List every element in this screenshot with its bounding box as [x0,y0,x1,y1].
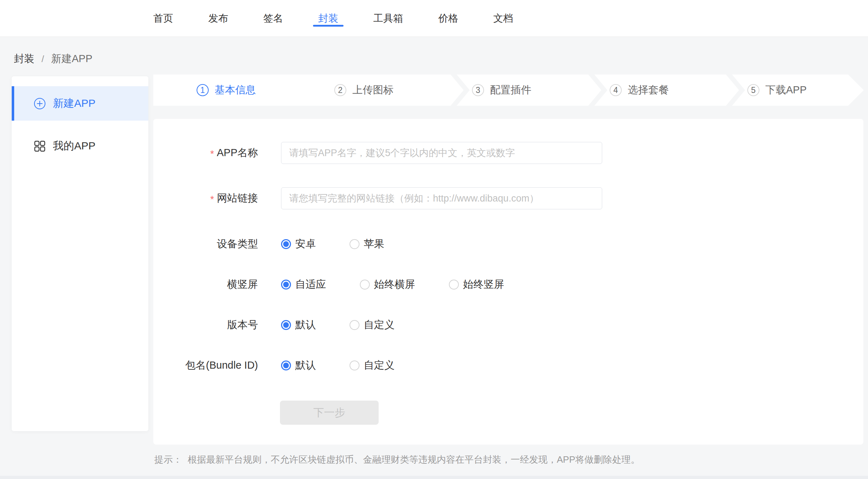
nav-item-signature[interactable]: 签名 [263,0,283,37]
radio-label: 安卓 [295,237,316,251]
step-number: 2 [334,84,346,96]
radio-label: 始终竖屏 [463,277,504,292]
bundle-id-radio-group: 默认 自定义 [281,358,395,373]
top-nav: 首页 发布 签名 封装 工具箱 价格 文档 [153,0,513,37]
radio-unselected-icon[interactable] [350,320,359,330]
radio-label: 自定义 [364,358,395,373]
chevron-right-separator-icon [585,75,608,106]
step-label: 下载APP [765,83,807,97]
sidebar: 新建APP 我的APP [12,76,148,431]
breadcrumb-separator: / [42,54,44,65]
step-label: 选择套餐 [628,83,669,97]
step-configure-plugins: 3 配置插件 [472,75,531,106]
radio-version-custom[interactable]: 自定义 [350,318,395,332]
radio-bundle-default[interactable]: 默认 [281,358,316,373]
app-packaging-page: 首页 发布 签名 封装 工具箱 价格 文档 封装 / 新建APP 新建APP [0,0,868,479]
form-row-device-type: 设备类型 安卓 苹果 [153,233,863,255]
nav-item-price[interactable]: 价格 [438,0,458,37]
nav-item-package[interactable]: 封装 [318,0,338,37]
form-row-app-name: * APP名称 [153,142,863,164]
radio-bundle-custom[interactable]: 自定义 [350,358,395,373]
chevron-right-separator-icon [447,75,470,106]
required-asterisk: * [210,147,214,160]
radio-selected-icon[interactable] [281,320,291,330]
radio-android[interactable]: 安卓 [281,237,316,251]
step-download-app: 5 下载APP [747,75,807,106]
form-row-bundle-id: 包名(Bundle ID) 默认 自定义 [153,354,863,377]
chevron-right-separator-icon [723,75,746,106]
step-number: 3 [472,84,484,96]
nav-item-publish[interactable]: 发布 [208,0,228,37]
nav-item-home[interactable]: 首页 [153,0,173,37]
field-label-text: 横竖屏 [227,277,258,292]
step-number: 4 [610,84,622,96]
radio-label: 自适应 [295,277,326,292]
radio-auto-adapt[interactable]: 自适应 [281,277,326,292]
app-name-input[interactable] [281,142,602,164]
radio-label: 始终横屏 [374,277,415,292]
nav-item-docs[interactable]: 文档 [493,0,513,37]
field-label: 设备类型 [153,233,258,255]
version-radio-group: 默认 自定义 [281,318,395,332]
step-label: 基本信息 [215,83,256,97]
radio-version-default[interactable]: 默认 [281,318,316,332]
radio-label: 默认 [295,358,316,373]
field-label-text: 包名(Bundle ID) [185,358,258,373]
nav-item-toolbox[interactable]: 工具箱 [373,0,403,37]
radio-unselected-icon[interactable] [360,280,370,290]
field-label: 包名(Bundle ID) [153,354,258,377]
top-nav-bar: 首页 发布 签名 封装 工具箱 价格 文档 [0,0,868,37]
radio-label: 苹果 [364,237,384,251]
sidebar-item-label: 新建APP [53,96,95,111]
field-label: * APP名称 [153,142,258,164]
field-label-text: 版本号 [227,318,258,332]
grid-icon [34,140,46,152]
hint-text: 根据最新平台规则，不允许区块链虚拟币、金融理财类等违规内容在平台封装，一经发现，… [188,453,640,466]
step-upload-icon: 2 上传图标 [334,75,394,106]
sidebar-item-new-app[interactable]: 新建APP [12,86,148,121]
step-number: 1 [197,84,209,96]
field-label-text: 设备类型 [217,237,258,251]
bottom-strip [0,476,868,479]
radio-always-landscape[interactable]: 始终横屏 [360,277,415,292]
plus-circle-icon [34,98,46,110]
field-label: 版本号 [153,314,258,336]
next-step-button[interactable]: 下一步 [280,401,379,425]
radio-selected-icon[interactable] [281,280,291,290]
site-url-input[interactable] [281,187,602,209]
form-row-orientation: 横竖屏 自适应 始终横屏 始终竖屏 [153,273,863,296]
radio-selected-icon[interactable] [281,239,291,249]
step-basic-info: 1 基本信息 [197,75,256,106]
hint-label: 提示： [154,453,182,466]
radio-always-portrait[interactable]: 始终竖屏 [449,277,504,292]
field-label: * 网站链接 [153,187,258,210]
device-type-radio-group: 安卓 苹果 [281,237,384,251]
breadcrumb-section[interactable]: 封装 [14,52,34,66]
sidebar-item-label: 我的APP [53,139,95,153]
form-row-site-url: * 网站链接 [153,187,863,210]
radio-unselected-icon[interactable] [350,239,359,249]
sidebar-item-my-apps[interactable]: 我的APP [12,129,148,163]
form-row-version: 版本号 默认 自定义 [153,314,863,336]
steps-bar-arrow-tip-icon [848,75,864,106]
field-label-text: 网站链接 [217,191,258,205]
radio-label: 自定义 [364,318,395,332]
step-number: 5 [747,84,759,96]
step-choose-plan: 4 选择套餐 [610,75,669,106]
platform-rules-hint: 提示： 根据最新平台规则，不允许区块链虚拟币、金融理财类等违规内容在平台封装，一… [154,453,640,466]
radio-label: 默认 [295,318,316,332]
step-label: 上传图标 [352,83,394,97]
orientation-radio-group: 自适应 始终横屏 始终竖屏 [281,277,504,292]
radio-unselected-icon[interactable] [350,360,359,370]
breadcrumb: 封装 / 新建APP [14,52,92,66]
steps-bar: 1 基本信息 2 上传图标 3 配置插件 4 选择套餐 5 下载APP [153,75,848,106]
required-asterisk: * [210,192,214,205]
field-label: 横竖屏 [153,273,258,296]
field-label-text: APP名称 [217,146,258,160]
breadcrumb-current: 新建APP [51,52,92,66]
step-label: 配置插件 [490,83,531,97]
radio-unselected-icon[interactable] [449,280,459,290]
basic-info-form-card: * APP名称 * 网站链接 设备类型 [153,119,863,445]
radio-ios[interactable]: 苹果 [350,237,384,251]
radio-selected-icon[interactable] [281,360,291,370]
